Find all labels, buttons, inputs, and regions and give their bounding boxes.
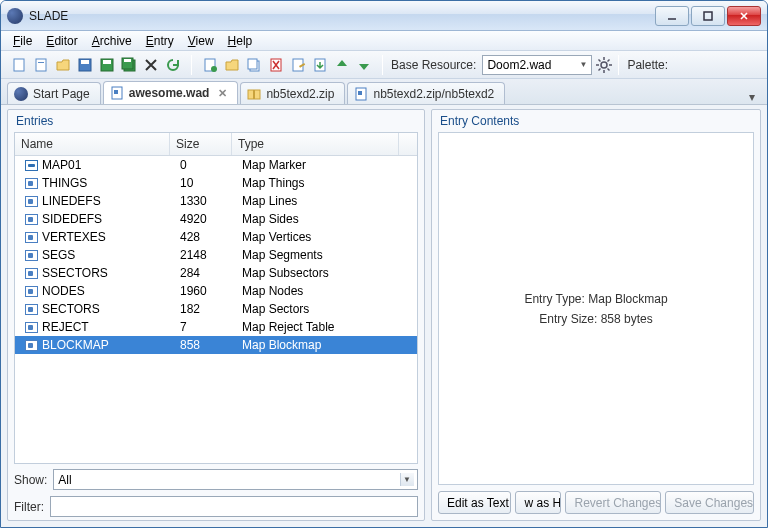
revert-changes-button[interactable]: Revert Changes [565, 491, 661, 514]
tab-label: Start Page [33, 87, 90, 101]
table-row[interactable]: LINEDEFS1330Map Lines [15, 192, 417, 210]
close-button[interactable] [141, 55, 161, 75]
new-entry-icon [33, 57, 49, 73]
entry-type: Map Marker [236, 158, 417, 172]
window-title: SLADE [29, 9, 653, 23]
menu-entry[interactable]: Entry [140, 32, 180, 50]
table-row[interactable]: SECTORS182Map Sectors [15, 300, 417, 318]
entry-import-icon [312, 57, 328, 73]
svg-rect-15 [248, 59, 257, 69]
entry-up-button[interactable] [332, 55, 352, 75]
menu-editor[interactable]: Editor [40, 32, 83, 50]
svg-rect-1 [704, 12, 712, 20]
entry-down-button[interactable] [354, 55, 374, 75]
save-all-button[interactable] [119, 55, 139, 75]
view-as-hex-button[interactable]: w as H [515, 491, 561, 514]
tab-nb5texd2-zip-nb5texd2[interactable]: nb5texd2.zip/nb5texd2 [347, 82, 505, 104]
menu-archive[interactable]: Archive [86, 32, 138, 50]
table-row[interactable]: NODES1960Map Nodes [15, 282, 417, 300]
entry-size: 428 [174, 230, 236, 244]
svg-line-27 [608, 59, 610, 61]
entry-icon [25, 178, 38, 189]
entry-delete-button[interactable] [266, 55, 286, 75]
entry-type-line: Entry Type: Map Blockmap [524, 292, 667, 306]
save-changes-button[interactable]: Save Changes [665, 491, 754, 514]
save-button[interactable] [75, 55, 95, 75]
entry-new-button[interactable] [200, 55, 220, 75]
entry-copy-button[interactable] [244, 55, 264, 75]
entry-contents-title: Entry Contents [432, 110, 760, 130]
close-button[interactable] [727, 6, 761, 26]
tabs-overflow-button[interactable]: ▾ [743, 90, 761, 104]
save-green-icon [99, 57, 115, 73]
tab-start-page[interactable]: Start Page [7, 82, 101, 104]
palette-label: Palette: [623, 58, 672, 72]
table-row[interactable]: MAP010Map Marker [15, 156, 417, 174]
col-name[interactable]: Name [15, 133, 170, 155]
svg-rect-6 [81, 60, 89, 64]
app-window: SLADE File Editor Archive Entry View Hel… [0, 0, 768, 528]
entry-name: MAP01 [42, 158, 81, 172]
filter-label: Filter: [14, 500, 44, 514]
table-row[interactable]: THINGS10Map Things [15, 174, 417, 192]
close-icon [143, 57, 159, 73]
svg-rect-8 [103, 60, 111, 64]
svg-rect-2 [14, 59, 24, 71]
tab-label: nb5texd2.zip/nb5texd2 [373, 87, 494, 101]
refresh-button[interactable] [163, 55, 183, 75]
entry-size: 10 [174, 176, 236, 190]
table-row[interactable]: VERTEXES428Map Vertices [15, 228, 417, 246]
toolbar-separator [382, 55, 383, 75]
menu-help[interactable]: Help [222, 32, 259, 50]
entry-size: 2148 [174, 248, 236, 262]
entry-type: Map Lines [236, 194, 417, 208]
entry-size: 1960 [174, 284, 236, 298]
svg-rect-34 [358, 91, 362, 95]
title-bar: SLADE [1, 1, 767, 31]
entry-name: LINEDEFS [42, 194, 101, 208]
tab-label: nb5texd2.zip [266, 87, 334, 101]
table-row[interactable]: SSECTORS284Map Subsectors [15, 264, 417, 282]
entry-type: Map Sectors [236, 302, 417, 316]
edit-as-text-button[interactable]: Edit as Text [438, 491, 511, 514]
filter-input[interactable] [50, 496, 418, 517]
save-green-button[interactable] [97, 55, 117, 75]
entry-open-button[interactable] [222, 55, 242, 75]
menu-view[interactable]: View [182, 32, 220, 50]
table-row[interactable]: BLOCKMAP858Map Blockmap [15, 336, 417, 354]
table-row[interactable]: SEGS2148Map Segments [15, 246, 417, 264]
new-archive-button[interactable] [9, 55, 29, 75]
tab-close-icon[interactable]: ✕ [218, 87, 227, 100]
tab-awesome-wad[interactable]: awesome.wad✕ [103, 81, 239, 104]
menu-file[interactable]: File [7, 32, 38, 50]
minimize-button[interactable] [655, 6, 689, 26]
table-row[interactable]: SIDEDEFS4920Map Sides [15, 210, 417, 228]
new-entry-button[interactable] [31, 55, 51, 75]
tab-nb5texd2-zip[interactable]: nb5texd2.zip [240, 82, 345, 104]
table-row[interactable]: REJECT7Map Reject Table [15, 318, 417, 336]
col-size[interactable]: Size [170, 133, 232, 155]
menu-bar: File Editor Archive Entry View Help [1, 31, 767, 51]
svg-rect-30 [114, 90, 118, 94]
settings-button[interactable] [594, 55, 614, 75]
col-type[interactable]: Type [232, 133, 399, 155]
entry-rename-button[interactable] [288, 55, 308, 75]
show-select[interactable]: All▼ [53, 469, 418, 490]
zip-icon [247, 87, 261, 101]
entry-size: 1330 [174, 194, 236, 208]
entry-size: 4920 [174, 212, 236, 226]
svg-point-20 [601, 62, 607, 68]
toolbar-separator [191, 55, 192, 75]
entry-type: Map Things [236, 176, 417, 190]
entry-icon [25, 160, 38, 171]
app-icon [14, 87, 28, 101]
entry-icon [25, 214, 38, 225]
table-body[interactable]: MAP010Map MarkerTHINGS10Map ThingsLINEDE… [15, 156, 417, 463]
open-button[interactable] [53, 55, 73, 75]
entries-table: Name Size Type MAP010Map MarkerTHINGS10M… [14, 132, 418, 464]
open-icon [55, 57, 71, 73]
base-resource-select[interactable]: Doom2.wad [482, 55, 592, 75]
maximize-button[interactable] [691, 6, 725, 26]
entry-contents-panel: Entry Contents Entry Type: Map Blockmap … [431, 109, 761, 521]
entry-import-button[interactable] [310, 55, 330, 75]
